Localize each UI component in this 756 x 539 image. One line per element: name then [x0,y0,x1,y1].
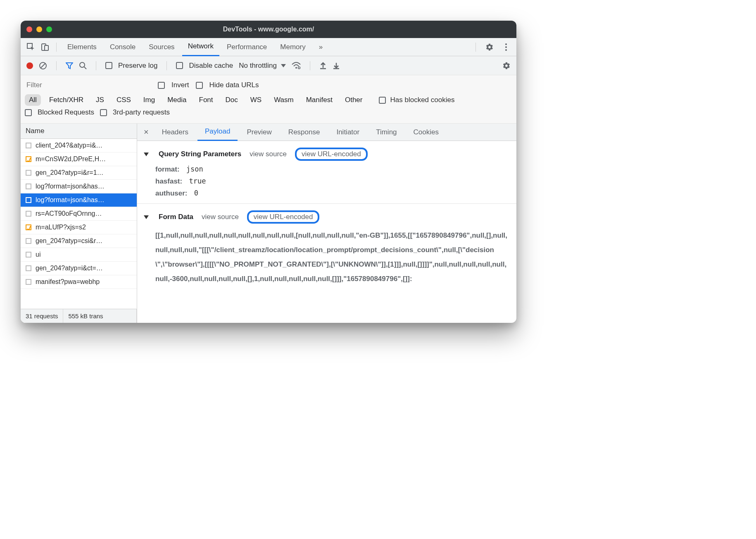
filter-input[interactable] [25,79,128,92]
invert-checkbox[interactable] [158,82,165,89]
type-filter-img[interactable]: Img [139,94,159,106]
invert-label: Invert [171,81,189,89]
request-row[interactable]: client_204?&atyp=i&… [21,139,137,153]
disable-cache-checkbox[interactable] [176,62,183,69]
blocked-requests-checkbox[interactable] [25,109,32,116]
svg-line-7 [40,63,45,68]
request-name: rs=ACT90oFqOrnng… [36,210,102,217]
param-value: json [182,165,203,173]
tab-more[interactable]: » [313,38,328,56]
tab-sources[interactable]: Sources [143,38,180,56]
throttling-value: No throttling [239,62,277,70]
clear-icon[interactable] [39,62,47,70]
document-file-icon [26,184,31,189]
tab-performance[interactable]: Performance [221,38,273,56]
hide-data-urls-checkbox[interactable] [196,82,203,89]
document-file-icon [26,170,31,176]
separator [166,61,167,70]
document-file-icon [26,238,31,244]
inspect-element-icon[interactable] [25,41,37,53]
tab-elements[interactable]: Elements [62,38,102,56]
tab-network[interactable]: Network [182,38,219,56]
detail-tab-cookies[interactable]: Cookies [406,124,446,141]
svg-rect-2 [45,45,48,50]
svg-point-5 [505,49,507,51]
network-toolbar: Preserve log Disable cache No throttling [21,56,516,75]
blocked-cookies-checkbox[interactable] [379,97,386,104]
filter-icon[interactable] [66,62,73,69]
window-title: DevTools - www.google.com/ [21,26,516,33]
svg-point-10 [295,67,297,69]
type-filter-other[interactable]: Other [341,94,367,106]
request-row[interactable]: m=aLUfP?xjs=s2 [21,221,137,234]
request-row[interactable]: manifest?pwa=webhp [21,275,137,289]
qsp-view-url-encoded-link[interactable]: view URL-encoded [295,148,368,161]
type-filter-fetch[interactable]: Fetch/XHR [45,94,88,106]
separator [56,43,57,52]
download-icon[interactable] [333,62,340,69]
hide-data-urls-label: Hide data URLs [209,81,259,89]
upload-icon[interactable] [319,62,327,69]
blocked-requests-label: Blocked Requests [38,108,94,117]
detail-tab-timing[interactable]: Timing [368,124,404,141]
payload-param: authuser: 0 [137,187,516,199]
svg-point-11 [298,67,300,69]
payload-param: hasfast: true [137,175,516,187]
param-value: 0 [190,189,198,197]
request-row[interactable]: m=CnSW2d,DPreE,H… [21,153,137,166]
detail-tab-response[interactable]: Response [281,124,328,141]
param-key: format: [155,165,180,173]
device-toolbar-icon[interactable] [39,41,51,53]
request-name: ui [36,251,40,258]
form-data-body: [[1,null,null,null,null,null,null,null,n… [137,226,516,289]
close-detail-icon[interactable]: × [140,127,153,137]
tab-console[interactable]: Console [104,38,141,56]
request-row[interactable]: log?format=json&has… [21,193,137,207]
record-button[interactable] [26,62,33,69]
form-view-source-link[interactable]: view source [202,213,239,221]
qsp-params: format: jsonhasfast: trueauthuser: 0 [137,163,516,199]
detail-tab-headers[interactable]: Headers [155,124,196,141]
network-settings-gear-icon[interactable] [502,62,511,70]
type-filter-js[interactable]: JS [92,94,108,106]
type-filter-all[interactable]: All [25,94,41,106]
preserve-log-label: Preserve log [118,62,157,70]
third-party-checkbox[interactable] [100,109,107,116]
type-filter-media[interactable]: Media [163,94,190,106]
detail-tab-initiator[interactable]: Initiator [329,124,367,141]
qsp-view-source-link[interactable]: view source [250,150,287,158]
type-filter-doc[interactable]: Doc [221,94,242,106]
detail-tab-payload[interactable]: Payload [197,124,238,141]
disclosure-triangle-icon[interactable] [144,215,149,219]
request-row[interactable]: gen_204?atyp=i&r=1… [21,166,137,180]
preserve-log-checkbox[interactable] [105,62,112,69]
type-filter-css[interactable]: CSS [112,94,135,106]
type-filter-font[interactable]: Font [195,94,217,106]
request-row[interactable]: gen_204?atyp=csi&r… [21,234,137,248]
network-conditions-icon[interactable] [292,62,301,69]
payload-param: format: json [137,163,516,175]
document-file-icon [26,279,31,285]
search-icon[interactable] [79,62,87,69]
request-row[interactable]: gen_204?atyp=i&ct=… [21,262,137,275]
request-row[interactable]: ui [21,248,137,262]
type-filter-ws[interactable]: WS [246,94,266,106]
name-column-header[interactable]: Name [21,124,137,139]
titlebar: DevTools - www.google.com/ [21,21,516,38]
detail-tab-preview[interactable]: Preview [239,124,279,141]
request-row[interactable]: log?format=json&has… [21,180,137,193]
separator [310,61,310,70]
qsp-title: Query String Parameters [159,150,241,158]
type-filter-manifest[interactable]: Manifest [302,94,337,106]
separator [475,43,476,52]
tab-memory[interactable]: Memory [274,38,311,56]
kebab-menu-icon[interactable] [500,41,512,53]
settings-gear-icon[interactable] [483,41,496,53]
throttling-select[interactable]: No throttling [239,62,286,70]
request-name: log?format=json&has… [36,183,105,190]
disclosure-triangle-icon[interactable] [144,153,149,156]
type-filter-wasm[interactable]: Wasm [270,94,298,106]
request-row[interactable]: rs=ACT90oFqOrnng… [21,207,137,221]
document-file-icon [26,211,31,217]
form-view-url-encoded-link[interactable]: view URL-encoded [247,210,320,224]
